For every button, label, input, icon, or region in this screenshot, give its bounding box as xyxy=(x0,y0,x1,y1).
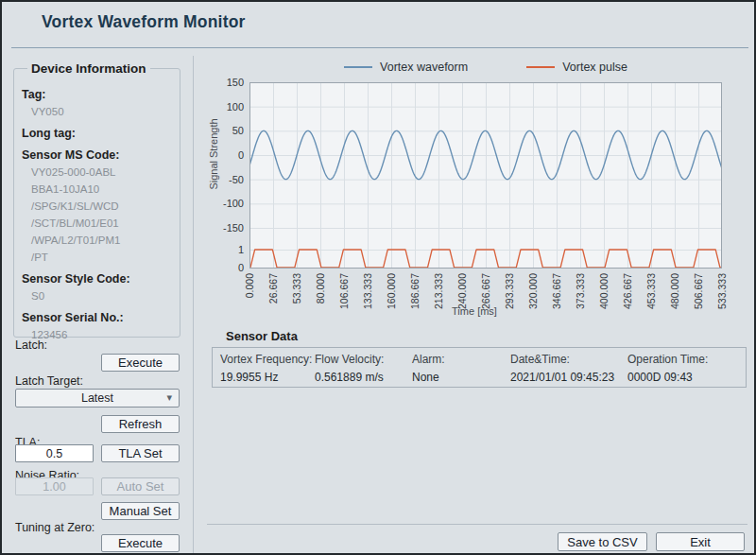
alarm-label: Alarm: xyxy=(412,353,510,366)
y-tick-label-pulse: 0 xyxy=(214,262,244,273)
ms-code-line: /WPA/L2/T01/PM1 xyxy=(31,234,172,247)
serial-label: Sensor Serial No.: xyxy=(22,311,172,324)
latch-target-select[interactable]: Latest ▾ xyxy=(15,389,180,408)
vertical-divider xyxy=(193,56,194,553)
latch-target-label: Latch Target: xyxy=(15,374,83,388)
device-information-title: Device Information xyxy=(27,61,150,76)
chevron-down-icon: ▾ xyxy=(166,391,172,404)
waveform-chart xyxy=(249,82,722,269)
pulse-legend-line xyxy=(526,66,555,68)
x-tick-label: 506.667 xyxy=(693,273,704,313)
chart-legend: Vortex waveform Vortex pulse xyxy=(249,59,722,76)
waveform-legend-line xyxy=(344,66,372,68)
manual-set-button[interactable]: Manual Set xyxy=(101,502,180,520)
y-axis-title: Signal Strength xyxy=(208,107,219,201)
page-title: Vortex Waveform Monitor xyxy=(42,12,246,32)
serial-value: 123456 xyxy=(31,329,172,341)
ms-code-line: BBA1-10JA10 xyxy=(31,183,172,196)
sensor-col-operation-time: Operation Time: 0000D 09:43 xyxy=(627,353,746,387)
ms-code-line: /SPG/K1/SL/WCD xyxy=(31,200,172,213)
noise-ratio-input[interactable] xyxy=(15,477,94,495)
sensor-col-date-time: Date&Time: 2021/01/01 09:45:23 xyxy=(510,353,627,387)
ms-code-line: /PT xyxy=(31,251,172,264)
ms-code-line: VY025-000-0ABL xyxy=(31,166,172,179)
operation-time-label: Operation Time: xyxy=(627,353,746,366)
vortex-frequency-value: 19.9955 Hz xyxy=(220,371,315,384)
style-code-label: Sensor Style Code: xyxy=(22,272,172,286)
tuning-at-zero-label: Tuning at Zero: xyxy=(15,521,94,534)
chart-canvas xyxy=(249,82,722,269)
operation-time-value: 0000D 09:43 xyxy=(627,371,746,384)
x-tick-label: 533.333 xyxy=(716,273,728,313)
save-to-csv-button[interactable]: Save to CSV xyxy=(558,532,647,551)
ms-code-line: /SCT/BL/M01/E01 xyxy=(31,217,172,230)
x-axis-title: Time [ms] xyxy=(408,305,541,317)
waveform-legend-label: Vortex waveform xyxy=(380,61,468,74)
tag-value: VY050 xyxy=(31,106,172,118)
sensor-col-vortex-frequency: Vortex Frequency: 19.9955 Hz xyxy=(220,353,315,387)
x-tick-label: 426.667 xyxy=(622,273,633,313)
x-tick-label: 106.667 xyxy=(338,273,350,313)
ms-code-label: Sensor MS Code: xyxy=(22,148,172,162)
device-information-group: Device Information Tag: VY050 Long tag: … xyxy=(13,61,180,338)
flow-velocity-label: Flow Velocity: xyxy=(315,353,412,366)
x-tick-label: 80.000 xyxy=(315,273,326,313)
x-tick-label: 346.667 xyxy=(551,273,562,313)
tla-set-button[interactable]: TLA Set xyxy=(101,444,180,462)
tla-input[interactable] xyxy=(15,444,94,462)
x-tick-label: 480.000 xyxy=(669,273,680,313)
footer-separator xyxy=(207,524,747,525)
x-tick-label: 26.667 xyxy=(267,273,279,313)
x-tick-label: 0.000 xyxy=(244,273,255,313)
flow-velocity-value: 0.561889 m/s xyxy=(315,371,412,384)
legend-item-waveform: Vortex waveform xyxy=(344,61,468,74)
vortex-frequency-label: Vortex Frequency: xyxy=(220,353,315,366)
x-tick-label: 453.333 xyxy=(645,273,657,313)
auto-set-button[interactable]: Auto Set xyxy=(101,477,180,495)
sensor-data-panel: Vortex Frequency: 19.9955 Hz Flow Veloci… xyxy=(212,347,747,388)
sensor-data-title: Sensor Data xyxy=(226,329,298,343)
x-tick-label: 53.333 xyxy=(291,273,302,313)
latch-execute-button[interactable]: Execute xyxy=(101,354,180,372)
sensor-col-alarm: Alarm: None xyxy=(412,353,510,387)
x-tick-label: 373.333 xyxy=(575,273,586,313)
date-time-value: 2021/01/01 09:45:23 xyxy=(510,371,627,384)
x-tick-label: 400.000 xyxy=(598,273,610,313)
y-tick-label: 150 xyxy=(214,77,244,88)
pulse-legend-label: Vortex pulse xyxy=(562,61,627,74)
app-window: Vortex Waveform Monitor Device Informati… xyxy=(0,0,756,555)
x-tick-label: 160.000 xyxy=(386,273,397,313)
legend-item-pulse: Vortex pulse xyxy=(526,61,627,74)
tag-label: Tag: xyxy=(22,88,172,101)
alarm-value: None xyxy=(412,371,510,384)
refresh-button[interactable]: Refresh xyxy=(101,415,180,433)
long-tag-label: Long tag: xyxy=(22,127,172,140)
x-tick-label: 133.333 xyxy=(362,273,373,313)
tuning-execute-button[interactable]: Execute xyxy=(101,534,180,552)
sensor-col-flow-velocity: Flow Velocity: 0.561889 m/s xyxy=(315,353,412,387)
y-tick-label-pulse: 1 xyxy=(214,244,244,255)
exit-button[interactable]: Exit xyxy=(656,532,745,551)
y-tick-label: -150 xyxy=(214,222,244,234)
title-separator xyxy=(11,47,748,48)
latch-label: Latch: xyxy=(15,338,47,352)
style-code-value: S0 xyxy=(31,290,172,303)
latch-target-value: Latest xyxy=(81,391,113,405)
date-time-label: Date&Time: xyxy=(510,353,627,366)
